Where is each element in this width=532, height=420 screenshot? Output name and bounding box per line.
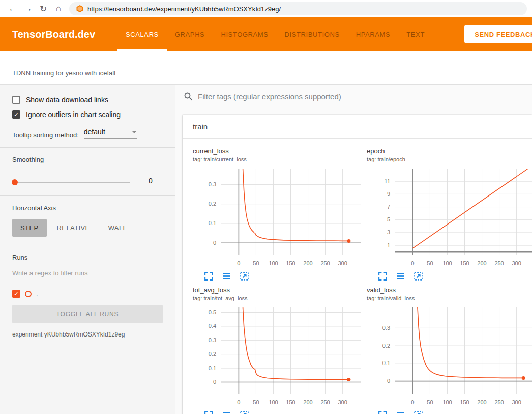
tab-scalars[interactable]: SCALARS: [117, 17, 167, 51]
fit-domain-icon[interactable]: [240, 271, 249, 281]
chart-valid-loss: valid_loss tag: train/valid_loss 00.10.2…: [367, 286, 532, 414]
svg-text:0: 0: [237, 399, 240, 405]
run-name: .: [36, 290, 38, 298]
axis-wall-button[interactable]: WALL: [100, 219, 135, 237]
chart-tag: tag: train/epoch: [367, 156, 532, 162]
svg-text:150: 150: [460, 260, 469, 266]
svg-text:300: 300: [338, 399, 347, 405]
svg-text:0.4: 0.4: [209, 323, 216, 329]
show-download-links-row[interactable]: Show data download links: [12, 96, 163, 104]
run-row[interactable]: ✓ .: [12, 290, 163, 298]
home-icon[interactable]: ⌂: [51, 4, 66, 14]
svg-text:150: 150: [286, 260, 295, 266]
chart-title: valid_loss: [367, 286, 532, 294]
run-checkbox[interactable]: ✓: [12, 290, 20, 298]
divider: [0, 147, 175, 148]
chart-tot-avg-loss: tot_avg_loss tag: train/tot_avg_loss 00.…: [193, 286, 366, 414]
forward-icon[interactable]: →: [20, 4, 36, 14]
show-download-links-checkbox[interactable]: [12, 96, 20, 104]
expand-chart-icon[interactable]: [378, 271, 388, 281]
smoothing-value[interactable]: 0: [138, 177, 163, 187]
svg-text:250: 250: [494, 260, 504, 266]
settings-sidebar: Show data download links ✓ Ignore outlie…: [0, 85, 175, 414]
svg-text:0: 0: [387, 378, 390, 384]
chart-epoch: epoch tag: train/epoch 13579110501001502…: [367, 147, 532, 281]
chart-tag: tag: train/valid_loss: [367, 295, 532, 301]
fit-domain-icon[interactable]: [240, 410, 249, 414]
chart-current-loss: current_loss tag: train/current_loss 00.…: [193, 147, 366, 281]
svg-text:0.3: 0.3: [209, 337, 216, 343]
tab-text[interactable]: TEXT: [398, 17, 433, 51]
svg-text:0.2: 0.2: [209, 201, 216, 207]
train-card-header[interactable]: train: [183, 115, 532, 139]
url-text: https://tensorboard.dev/experiment/yKUbh…: [87, 5, 281, 13]
send-feedback-button[interactable]: SEND FEEDBACK: [464, 25, 532, 43]
line-chart[interactable]: 00.10.20.30.40.5050100150200250300: [193, 304, 363, 408]
line-chart[interactable]: 1357911050100150200250300: [367, 165, 532, 269]
tooltip-sorting-dropdown[interactable]: default: [84, 128, 137, 139]
svg-text:0.1: 0.1: [209, 365, 216, 371]
run-table-icon[interactable]: [222, 271, 231, 281]
back-icon[interactable]: ←: [5, 4, 20, 14]
chart-tag: tag: train/current_loss: [193, 156, 366, 162]
svg-text:100: 100: [269, 260, 278, 266]
svg-text:50: 50: [427, 399, 433, 405]
run-table-icon[interactable]: [222, 410, 231, 414]
svg-text:5: 5: [387, 216, 390, 222]
expand-chart-icon[interactable]: [204, 410, 214, 414]
svg-text:0: 0: [213, 379, 216, 385]
svg-text:0.3: 0.3: [209, 181, 216, 187]
svg-text:7: 7: [387, 204, 390, 210]
site-favicon: [76, 5, 83, 12]
svg-text:0: 0: [411, 260, 414, 266]
line-chart[interactable]: 00.10.20.3050100150200250300: [193, 165, 363, 269]
svg-text:0.1: 0.1: [209, 220, 216, 226]
horizontal-axis-label: Horizontal Axis: [12, 204, 163, 212]
svg-text:200: 200: [477, 399, 486, 405]
app-header: TensorBoard.dev SCALARS GRAPHS HISTOGRAM…: [0, 17, 532, 51]
experiment-caption: experiment yKUbhb5wRmOSXYkId1z9eg: [12, 331, 163, 338]
tab-distributions[interactable]: DISTRIBUTIONS: [277, 17, 348, 51]
svg-text:300: 300: [338, 260, 347, 266]
address-bar[interactable]: https://tensorboard.dev/experiment/yKUbh…: [69, 2, 527, 15]
run-table-icon[interactable]: [396, 271, 405, 281]
main-nav: SCALARS GRAPHS HISTOGRAMS DISTRIBUTIONS …: [117, 17, 433, 51]
svg-text:100: 100: [442, 260, 452, 266]
run-table-icon[interactable]: [396, 410, 405, 414]
charts-grid: current_loss tag: train/current_loss 00.…: [183, 139, 532, 414]
svg-text:200: 200: [477, 260, 486, 266]
svg-text:250: 250: [494, 399, 504, 405]
run-color-swatch: [25, 291, 32, 297]
ignore-outliers-checkbox[interactable]: ✓: [12, 110, 20, 119]
tab-graphs[interactable]: GRAPHS: [167, 17, 213, 51]
tooltip-sorting-label: Tooltip sorting method:: [12, 131, 79, 139]
axis-relative-button[interactable]: RELATIVE: [49, 219, 98, 237]
smoothing-slider[interactable]: [12, 182, 130, 183]
reload-icon[interactable]: ↻: [36, 4, 51, 14]
svg-text:11: 11: [385, 178, 390, 184]
axis-step-button[interactable]: STEP: [12, 219, 47, 237]
svg-text:0.2: 0.2: [209, 351, 216, 357]
filter-tags-placeholder: Filter tags (regular expressions support…: [198, 92, 341, 101]
fit-domain-icon[interactable]: [413, 410, 423, 414]
divider: [0, 195, 175, 196]
search-icon: [184, 92, 193, 101]
line-chart[interactable]: 00.10.20.3050100150200250300: [367, 304, 532, 408]
experiment-description: TDNN training for yesno with icefall: [0, 51, 532, 85]
train-card: train current_loss tag: train/current_lo…: [183, 115, 532, 414]
toggle-all-runs-button[interactable]: TOGGLE ALL RUNS: [12, 305, 163, 323]
svg-text:300: 300: [512, 399, 521, 405]
fit-domain-icon[interactable]: [413, 271, 423, 281]
runs-label: Runs: [12, 254, 163, 261]
runs-filter-input[interactable]: Write a regex to filter runs: [12, 269, 163, 281]
tab-histograms[interactable]: HISTOGRAMS: [213, 17, 276, 51]
svg-text:0.5: 0.5: [209, 309, 216, 315]
smoothing-slider-thumb[interactable]: [12, 179, 18, 185]
svg-text:0.3: 0.3: [382, 325, 390, 331]
ignore-outliers-row[interactable]: ✓ Ignore outliers in chart scaling: [12, 110, 163, 119]
browser-chrome: ← → ↻ ⌂ https://tensorboard.dev/experime…: [0, 0, 532, 17]
expand-chart-icon[interactable]: [378, 410, 388, 414]
expand-chart-icon[interactable]: [204, 271, 214, 281]
filter-tags-input[interactable]: Filter tags (regular expressions support…: [183, 89, 532, 106]
tab-hparams[interactable]: HPARAMS: [348, 17, 399, 51]
